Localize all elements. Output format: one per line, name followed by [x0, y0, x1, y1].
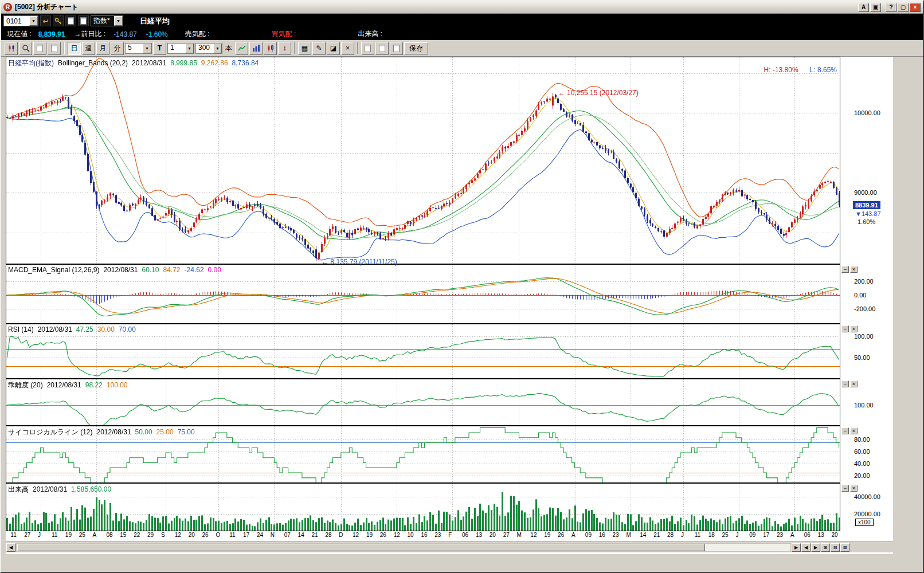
candle-chart-button[interactable]	[264, 42, 277, 55]
x-axis-label: 25	[79, 532, 85, 538]
layout-grid-button[interactable]: ⊠	[840, 543, 849, 552]
minute-interval-combobox[interactable]: 5 ▼	[125, 43, 152, 54]
kairi-minimize-button[interactable]: −	[841, 380, 849, 387]
bar-count-combobox[interactable]: 300 ▼	[195, 43, 222, 54]
copy-chart-button[interactable]	[33, 42, 46, 55]
x-axis-label: 26	[558, 532, 564, 538]
chevron-down-icon[interactable]: ▼	[29, 16, 38, 26]
x-axis-label: 11	[52, 532, 57, 538]
print-button[interactable]	[390, 42, 403, 55]
line-chart-button[interactable]	[235, 42, 248, 55]
chevron-down-icon[interactable]: ▼	[114, 16, 123, 26]
x-axis-label: 17	[763, 532, 769, 538]
macd-minimize-button[interactable]: −	[841, 266, 849, 273]
minute-interval-value: 5	[126, 44, 143, 53]
key-icon-button[interactable]	[53, 15, 64, 26]
period-weekly-button[interactable]: 週	[82, 42, 95, 55]
symbol-title: 日経平均(指数)	[8, 58, 54, 68]
scrollbar-track[interactable]	[16, 543, 791, 552]
macd-close-button[interactable]: ×	[850, 266, 858, 273]
x-axis-label: J	[38, 532, 41, 538]
titlebar-a-button[interactable]: A	[858, 3, 869, 12]
kairi-chart-canvas[interactable]	[6, 379, 840, 426]
kairi-panel-controls: − ×	[841, 380, 858, 387]
back-button[interactable]: ↩	[40, 15, 51, 26]
restore-button[interactable]: ▢	[898, 3, 909, 12]
kairi-close-button[interactable]: ×	[850, 380, 858, 387]
x-axis-label: 19	[366, 532, 373, 538]
scale-toggle-button[interactable]: ↕	[278, 42, 291, 55]
chevron-down-icon[interactable]: ▼	[185, 44, 194, 53]
unit-combobox[interactable]: 1 ▼	[167, 43, 194, 54]
volume-minimize-button[interactable]: −	[841, 485, 849, 492]
grid-toggle-button[interactable]: ▦	[298, 42, 311, 55]
x-axis-label: 20	[189, 532, 195, 538]
layout-button[interactable]	[375, 42, 389, 55]
x-axis-label: 23	[777, 532, 783, 538]
delete-drawing-button[interactable]: ×	[341, 42, 354, 55]
x-axis-label: 23	[434, 532, 441, 538]
category-combobox[interactable]: 指数* ▼	[91, 15, 123, 26]
psych-close-button[interactable]: ×	[850, 427, 858, 434]
scrollbar-thumb[interactable]	[17, 544, 705, 551]
draw-tool-button[interactable]: ✎	[312, 42, 326, 55]
rsi-axis-label: 100.00	[854, 333, 874, 340]
bar-chart-button[interactable]	[249, 42, 263, 55]
rsi-lower-level: 30.00	[97, 325, 115, 333]
kairi-level: 100.00	[107, 381, 128, 389]
chart-toolbar: 日 週 月 分 5 ▼ T 1 ▼ 300 ▼ 本 ↕ ▦ ✎ ◪ ×	[1, 40, 923, 57]
zoom-in-button[interactable]: ⊞	[821, 543, 830, 552]
volume-chart-canvas[interactable]	[6, 483, 840, 531]
quote-bar: 現在値 : 8,839.91 →前日比 : -143.87 -1.60% 売気配…	[1, 28, 923, 40]
x-axis-label: 19	[65, 532, 72, 538]
price-chart-canvas[interactable]	[6, 57, 840, 264]
x-axis-label: 13	[476, 532, 482, 538]
template-button[interactable]	[361, 42, 374, 55]
x-axis-label: J	[681, 532, 684, 538]
candlestick-icon	[267, 44, 275, 52]
chevron-down-icon[interactable]: ▼	[213, 44, 222, 53]
x-axis-label: 28	[325, 532, 331, 538]
close-button[interactable]: ×	[910, 3, 921, 12]
document-icon	[37, 45, 43, 52]
period-minute-button[interactable]: 分	[111, 42, 124, 55]
psych-minimize-button[interactable]: −	[841, 427, 849, 434]
scroll-left-button[interactable]: ◀	[6, 543, 15, 552]
rsi-minimize-button[interactable]: −	[841, 325, 849, 332]
help-button[interactable]: ?	[886, 3, 896, 12]
erase-tool-button[interactable]: ◪	[327, 42, 340, 55]
zoom-out-button[interactable]: ⊟	[831, 543, 840, 552]
price-axis-label: 9000.00	[854, 189, 877, 196]
order-doc-button[interactable]	[65, 15, 76, 26]
symbol-code-combobox[interactable]: ▼	[3, 15, 38, 26]
titlebar-window-icon-button[interactable]: ▣	[870, 3, 881, 12]
tick-button[interactable]: T	[153, 42, 166, 55]
volume-close-button[interactable]: ×	[850, 485, 858, 492]
chart-style-button[interactable]	[5, 42, 18, 55]
x-axis-label: 15	[120, 532, 126, 538]
psych-panel-header: サイコロジカルライン (12) 2012/08/31 50.00 25.00 7…	[8, 427, 195, 437]
zoom-button[interactable]	[19, 42, 32, 55]
export-button[interactable]	[48, 42, 61, 55]
x-axis-label: 16	[421, 532, 427, 538]
x-axis-label: 11	[10, 532, 16, 538]
pan-right-button[interactable]: ▶	[811, 543, 820, 552]
x-axis-label: 17	[243, 532, 249, 538]
study-name: サイコロジカルライン (12)	[8, 427, 93, 437]
period-daily-button[interactable]: 日	[68, 42, 81, 55]
chevron-down-icon[interactable]: ▼	[143, 44, 151, 53]
news-doc-button[interactable]	[78, 15, 89, 26]
rsi-close-button[interactable]: ×	[850, 325, 858, 332]
pan-left-button[interactable]: ◀	[801, 543, 811, 552]
x-axis-label: 19	[544, 532, 550, 538]
x-axis-label: 07	[284, 532, 291, 538]
period-monthly-button[interactable]: 月	[96, 42, 109, 55]
rsi-panel-header: RSI (14) 2012/08/31 47.25 30.00 70.00	[8, 325, 136, 333]
scroll-right-button[interactable]: ▶	[792, 543, 801, 552]
save-button[interactable]: 保存	[404, 42, 428, 54]
titlebar[interactable]: R [5002] 分析チャート A ▣ ? ▢ ×	[1, 1, 923, 14]
study-name: 出来高	[8, 485, 29, 494]
x-axis-label: 22	[134, 532, 140, 538]
macd-value: 60.10	[142, 266, 159, 274]
symbol-code-input[interactable]	[4, 16, 29, 26]
